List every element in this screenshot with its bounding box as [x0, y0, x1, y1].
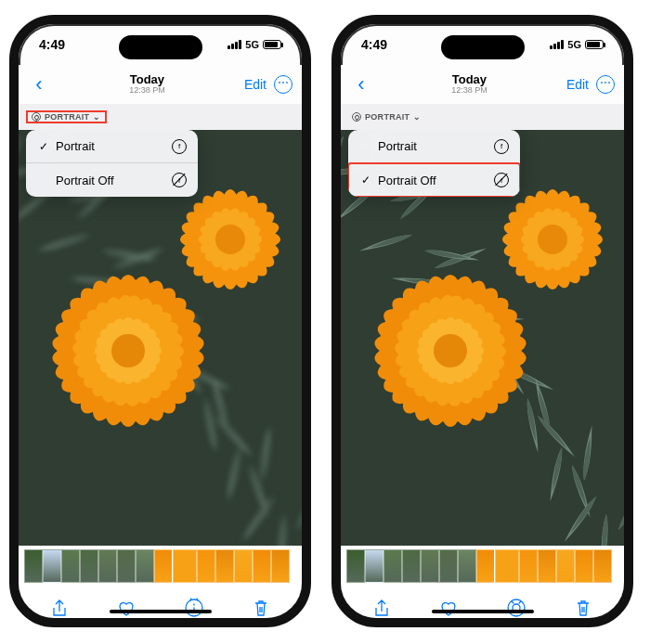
thumbnail[interactable]: [271, 549, 290, 583]
check-icon: ✓: [37, 140, 50, 153]
trash-button[interactable]: [570, 595, 596, 621]
nav-subtitle-text: 12:38 PM: [451, 86, 488, 96]
thumbnail[interactable]: [173, 549, 197, 583]
network-label: 5G: [567, 39, 581, 50]
svg-point-120: [111, 334, 145, 367]
menu-item-aperture-off[interactable]: ✓ Portrait Off f: [348, 163, 520, 197]
home-indicator[interactable]: [432, 610, 534, 613]
menu-item-aperture[interactable]: ✓ Portrait f: [26, 130, 198, 163]
edit-button[interactable]: Edit: [566, 77, 589, 92]
svg-point-243: [508, 599, 525, 616]
nav-bar: ‹ Today 12:38 PM Edit ⋯: [341, 65, 624, 104]
svg-point-43: [215, 225, 245, 254]
menu-item-label: Portrait: [372, 139, 494, 153]
portrait-dropdown-menu: ✓ Portrait f Portrait Off f: [26, 130, 198, 197]
edit-button[interactable]: Edit: [244, 77, 266, 92]
photo-viewport[interactable]: Portrait f ✓ Portrait Off f: [341, 130, 624, 546]
svg-point-242: [434, 334, 467, 367]
thumbnail[interactable]: [402, 549, 421, 583]
thumbnail[interactable]: [495, 549, 519, 583]
svg-point-165: [538, 225, 567, 254]
iphone-frame: 4:49 5G ‹ Today 12:38 PM Edit ⋯ PORTRAIT…: [332, 15, 633, 627]
nav-title: Today 12:38 PM: [129, 73, 165, 96]
thumbnail[interactable]: [43, 549, 61, 583]
portrait-badge-label: PORTRAIT: [45, 112, 89, 122]
thumbnail[interactable]: [593, 549, 612, 583]
more-button[interactable]: ⋯: [596, 75, 615, 94]
thumbnail[interactable]: [458, 549, 476, 583]
nav-title-text: Today: [129, 73, 165, 86]
mode-row: PORTRAIT ⌄: [341, 104, 624, 130]
bottom-toolbar: [341, 586, 624, 627]
aperture-off-icon: f: [172, 173, 187, 187]
aperture-icon: f: [172, 139, 187, 154]
nav-title: Today 12:38 PM: [451, 73, 488, 96]
status-time: 4:49: [361, 37, 387, 52]
thumbnail[interactable]: [421, 549, 439, 583]
thumbnail[interactable]: [98, 549, 117, 583]
aperture-icon: [32, 112, 41, 122]
share-button[interactable]: [369, 595, 395, 621]
favorite-button[interactable]: [113, 595, 139, 621]
status-time: 4:49: [39, 37, 65, 52]
live-button[interactable]: [503, 595, 529, 621]
thumbnail[interactable]: [61, 549, 80, 583]
thumbnail[interactable]: [519, 549, 538, 583]
thumbnail[interactable]: [234, 549, 253, 583]
thumbnail[interactable]: [439, 549, 458, 583]
thumbnail-strip[interactable]: [341, 546, 624, 586]
aperture-icon: [352, 112, 361, 122]
chevron-down-icon: ⌄: [413, 112, 421, 122]
back-button[interactable]: ‹: [28, 72, 50, 97]
favorite-button[interactable]: [436, 595, 462, 621]
thumbnail[interactable]: [136, 549, 154, 583]
thumbnail[interactable]: [154, 549, 173, 583]
thumbnail[interactable]: [24, 549, 43, 583]
home-indicator[interactable]: [110, 610, 212, 613]
share-button[interactable]: [46, 595, 72, 621]
dynamic-island: [441, 35, 525, 59]
nav-subtitle-text: 12:38 PM: [129, 86, 165, 96]
menu-item-aperture-off[interactable]: Portrait Off f: [26, 163, 198, 197]
portrait-dropdown-menu: Portrait f ✓ Portrait Off f: [348, 130, 520, 197]
bottom-toolbar: [19, 586, 302, 627]
thumbnail[interactable]: [575, 549, 593, 583]
thumbnail[interactable]: [253, 549, 271, 583]
battery-icon: [585, 40, 604, 49]
thumbnail[interactable]: [197, 549, 215, 583]
dynamic-island: [119, 35, 202, 59]
thumbnail[interactable]: [556, 549, 575, 583]
menu-item-label: Portrait Off: [50, 174, 172, 187]
more-button[interactable]: ⋯: [274, 75, 292, 94]
thumbnail[interactable]: [365, 549, 384, 583]
back-button[interactable]: ‹: [350, 72, 372, 97]
thumbnail[interactable]: [538, 549, 556, 583]
thumbnail-strip[interactable]: [19, 546, 302, 586]
portrait-mode-badge[interactable]: PORTRAIT ⌄: [26, 110, 107, 123]
chevron-down-icon: ⌄: [93, 112, 100, 122]
photo-viewport[interactable]: ✓ Portrait f Portrait Off f: [19, 130, 302, 546]
portrait-mode-badge[interactable]: PORTRAIT ⌄: [348, 110, 425, 123]
aperture-off-icon: f: [494, 173, 509, 187]
thumbnail[interactable]: [80, 549, 98, 583]
info-button[interactable]: [181, 595, 207, 621]
nav-title-text: Today: [451, 73, 488, 86]
check-icon: ✓: [359, 174, 372, 187]
thumbnail[interactable]: [215, 549, 234, 583]
menu-item-aperture[interactable]: Portrait f: [348, 130, 520, 163]
mode-row: PORTRAIT ⌄: [19, 104, 302, 130]
portrait-badge-label: PORTRAIT: [365, 112, 410, 122]
iphone-frame: 4:49 5G ‹ Today 12:38 PM Edit ⋯ PORTRAIT…: [9, 15, 311, 627]
menu-item-label: Portrait: [50, 139, 172, 153]
trash-button[interactable]: [248, 595, 274, 621]
thumbnail[interactable]: [117, 549, 136, 583]
signal-icon: [550, 40, 564, 49]
battery-icon: [263, 40, 281, 49]
menu-item-label: Portrait Off: [372, 174, 494, 187]
thumbnail[interactable]: [384, 549, 402, 583]
signal-icon: [228, 40, 241, 49]
aperture-icon: f: [494, 139, 509, 154]
network-label: 5G: [245, 39, 259, 50]
thumbnail[interactable]: [346, 549, 365, 583]
thumbnail[interactable]: [476, 549, 495, 583]
